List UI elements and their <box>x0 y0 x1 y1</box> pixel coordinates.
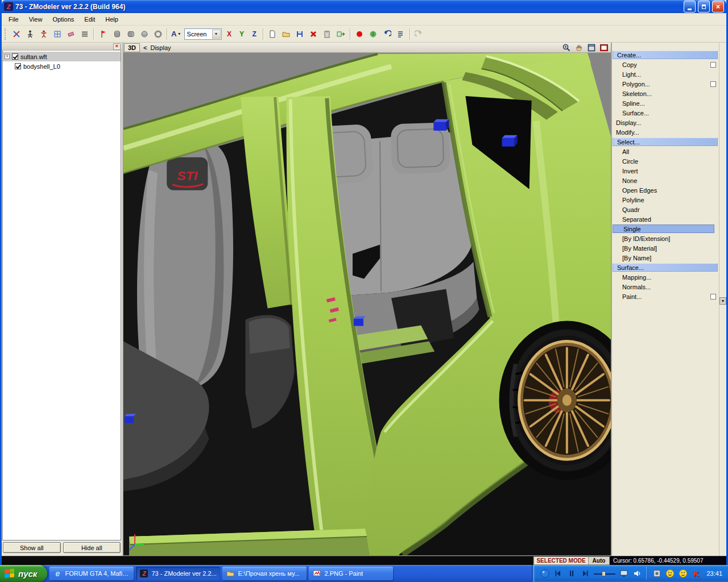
hide-all-button[interactable]: Hide all <box>63 542 121 553</box>
command-paint[interactable]: Paint... <box>612 292 719 301</box>
pan-hand-icon[interactable] <box>574 43 584 52</box>
play-pause-icon[interactable] <box>566 569 577 578</box>
open-folder-icon[interactable] <box>280 27 293 40</box>
screen-mode-select[interactable]: Screen ▼ <box>184 28 222 40</box>
cut-tool-icon[interactable] <box>10 27 23 40</box>
viewport-layout-icon[interactable] <box>599 43 609 52</box>
previous-track-icon[interactable] <box>553 569 563 578</box>
menu-file[interactable]: File <box>3 14 24 24</box>
record-icon[interactable] <box>353 27 366 40</box>
command-select-polyline[interactable]: Polyline <box>612 195 719 205</box>
close-button[interactable]: × <box>712 1 724 13</box>
tree-item-bodyshell[interactable]: bodyshell_L0 <box>3 61 121 71</box>
command-display[interactable]: Display... <box>612 118 719 127</box>
next-track-icon[interactable] <box>580 569 590 578</box>
combo-dropdown-icon[interactable]: ▼ <box>212 30 221 39</box>
scroll-down-icon[interactable]: ▼ <box>719 297 726 305</box>
flag-icon[interactable] <box>97 27 110 40</box>
eraser-tool-icon[interactable] <box>64 27 77 40</box>
start-button[interactable]: пуск <box>0 565 47 582</box>
viewport-3d-tab[interactable]: 3D <box>124 43 140 52</box>
command-spline[interactable]: Spline... <box>612 98 719 108</box>
redo-icon[interactable] <box>413 27 426 40</box>
command-select-by-material[interactable]: [By Material] <box>612 243 719 253</box>
polygon-checkbox[interactable] <box>710 81 716 87</box>
command-modify[interactable]: Modify... <box>612 127 719 137</box>
status-auto-toggle[interactable]: Auto <box>589 556 610 565</box>
script-list-icon[interactable] <box>394 27 407 40</box>
volume-speaker-icon[interactable] <box>632 569 642 579</box>
paste-icon[interactable] <box>321 27 334 40</box>
sultan-visibility-checkbox[interactable] <box>12 53 18 60</box>
show-all-button[interactable]: Show all <box>3 542 61 553</box>
command-select-quadr[interactable]: Quadr <box>612 205 719 214</box>
save-icon[interactable] <box>293 27 307 40</box>
pose-figure-icon[interactable] <box>37 27 50 40</box>
command-create[interactable]: Create... <box>613 51 718 59</box>
display-settings-icon[interactable] <box>619 569 628 579</box>
axis-z-toggle[interactable]: Z <box>249 28 260 40</box>
media-player-icon[interactable] <box>540 569 549 579</box>
layers-tool-icon[interactable] <box>78 27 91 40</box>
torus-primitive-icon[interactable] <box>151 27 164 40</box>
menu-view[interactable]: View <box>24 14 48 24</box>
smiley-icon[interactable] <box>678 569 688 579</box>
taskbar-task-paint[interactable]: 2.PNG - Paint <box>309 567 393 580</box>
scene-tree[interactable]: + sultan.wft bodyshell_L0 <box>2 51 121 541</box>
command-select-circle[interactable]: Circle <box>612 156 719 166</box>
sphere-primitive-icon[interactable] <box>138 27 151 40</box>
maximize-viewport-icon[interactable] <box>586 43 596 52</box>
globe-icon[interactable] <box>367 27 380 40</box>
command-select[interactable]: Select... <box>613 138 718 146</box>
command-normals[interactable]: Normals... <box>612 282 719 292</box>
bodyshell-visibility-checkbox[interactable] <box>15 63 21 69</box>
cylinder-side-primitive-icon[interactable] <box>124 27 137 40</box>
titlebar[interactable]: Z 73 - ZModeler ver 2.2.2 (Build 964) × <box>2 0 726 13</box>
command-skeleton[interactable]: Skeleton... <box>612 89 719 98</box>
taskbar-task-forum[interactable]: e FORUM GTA 4, Mafia ... <box>49 567 134 580</box>
command-mapping[interactable]: Mapping... <box>612 272 719 282</box>
axis-y-toggle[interactable]: Y <box>236 28 248 40</box>
command-panel-scrollbar[interactable]: ▼ <box>719 43 726 556</box>
command-surface[interactable]: Surface... <box>613 263 718 272</box>
command-light[interactable]: Light... <box>612 69 719 79</box>
viewport-mode-label[interactable]: Display <box>150 44 171 51</box>
tree-expander-icon[interactable]: + <box>5 54 10 59</box>
taskbar-task-explorer[interactable]: E:\Прочая хрень му... <box>222 567 307 580</box>
icq-smiley-icon[interactable] <box>665 569 675 579</box>
skeleton-figure-icon[interactable] <box>23 27 36 40</box>
panel-close-icon[interactable]: × <box>113 43 121 50</box>
command-polygon[interactable]: Polygon... <box>612 79 719 89</box>
k-app-icon[interactable]: K <box>691 569 701 579</box>
tray-app-icon[interactable] <box>652 569 661 579</box>
paint-checkbox[interactable] <box>710 294 716 300</box>
command-select-separated[interactable]: Separated <box>612 214 719 224</box>
command-select-by-id[interactable]: [By ID/Extension] <box>612 234 719 243</box>
menu-edit[interactable]: Edit <box>79 14 100 24</box>
command-select-invert[interactable]: Invert <box>612 166 719 176</box>
viewport-3d-canvas[interactable]: STI <box>123 53 611 555</box>
command-select-single[interactable]: Single <box>613 225 714 233</box>
menu-help[interactable]: Help <box>100 14 123 24</box>
grid-tool-icon[interactable] <box>51 27 64 40</box>
undo-icon[interactable] <box>380 27 394 40</box>
menu-options[interactable]: Options <box>47 14 79 24</box>
delete-icon[interactable] <box>307 27 320 40</box>
restore-button[interactable] <box>698 1 710 13</box>
minimize-button[interactable] <box>684 1 696 13</box>
axis-x-toggle[interactable]: X <box>224 28 235 40</box>
command-select-none[interactable]: None <box>612 176 719 185</box>
volume-slider[interactable] <box>594 571 615 576</box>
cylinder-primitive-icon[interactable] <box>110 27 123 40</box>
new-file-icon[interactable] <box>266 27 279 40</box>
command-copy[interactable]: Copy <box>612 60 719 69</box>
export-icon[interactable] <box>334 27 348 40</box>
command-select-by-name[interactable]: [By Name] <box>612 253 719 263</box>
command-select-open-edges[interactable]: Open Edges <box>612 185 719 195</box>
command-select-all[interactable]: All <box>612 147 719 156</box>
taskbar-clock[interactable]: 23:41 <box>706 570 722 577</box>
copy-checkbox[interactable] <box>710 62 716 68</box>
command-surface-create[interactable]: Surface... <box>612 108 719 118</box>
viewport-back-arrow[interactable]: < <box>143 44 147 51</box>
taskbar-task-zmodeler[interactable]: Z 73 - ZModeler ver 2.2... <box>136 567 220 580</box>
